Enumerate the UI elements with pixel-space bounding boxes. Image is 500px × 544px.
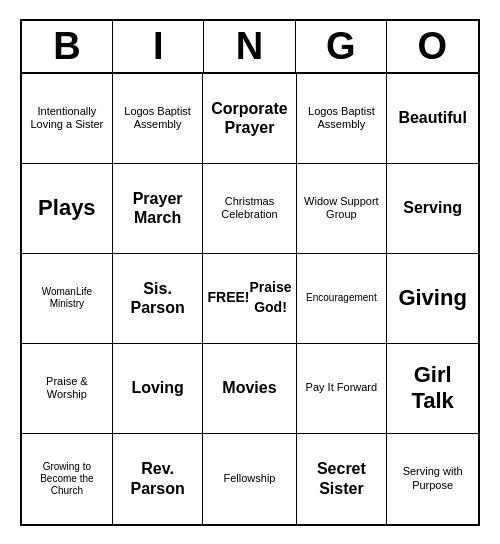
bingo-cell: Pay It Forward — [297, 344, 388, 434]
bingo-cell: WomanLife Ministry — [22, 254, 113, 344]
bingo-cell: Encouragement — [297, 254, 388, 344]
bingo-cell: Loving — [113, 344, 204, 434]
bingo-card: BINGO Intentionally Loving a SisterLogos… — [20, 19, 480, 526]
bingo-cell: Rev. Parson — [113, 434, 204, 524]
bingo-cell: Praise & Worship — [22, 344, 113, 434]
bingo-cell: Sis. Parson — [113, 254, 204, 344]
bingo-cell: Intentionally Loving a Sister — [22, 74, 113, 164]
bingo-cell: Widow Support Group — [297, 164, 388, 254]
bingo-cell: Beautiful — [387, 74, 478, 164]
bingo-cell: Secret Sister — [297, 434, 388, 524]
bingo-cell: Giving — [387, 254, 478, 344]
header-letter: B — [22, 21, 113, 72]
bingo-cell: Logos Baptist Assembly — [297, 74, 388, 164]
bingo-cell: Girl Talk — [387, 344, 478, 434]
bingo-cell: Serving — [387, 164, 478, 254]
bingo-cell: Christmas Celebration — [203, 164, 296, 254]
bingo-cell: Plays — [22, 164, 113, 254]
bingo-cell: Logos Baptist Assembly — [113, 74, 204, 164]
bingo-cell: Movies — [203, 344, 296, 434]
header-letter: O — [387, 21, 478, 72]
bingo-cell: Growing to Become the Church — [22, 434, 113, 524]
header-letter: G — [296, 21, 387, 72]
bingo-grid: Intentionally Loving a SisterLogos Bapti… — [22, 74, 478, 524]
bingo-cell: Prayer March — [113, 164, 204, 254]
bingo-header: BINGO — [22, 21, 478, 74]
bingo-cell: Serving with Purpose — [387, 434, 478, 524]
bingo-cell: Corporate Prayer — [203, 74, 296, 164]
bingo-cell: Fellowship — [203, 434, 296, 524]
header-letter: I — [113, 21, 204, 72]
bingo-cell: FREE!Praise God! — [203, 254, 296, 344]
header-letter: N — [204, 21, 295, 72]
